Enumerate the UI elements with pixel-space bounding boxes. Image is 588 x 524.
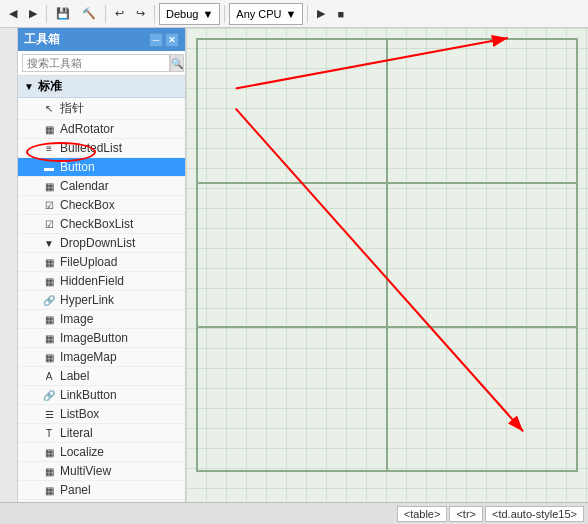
toolbox-item-hiddenfield[interactable]: ▦ HiddenField xyxy=(18,272,185,291)
toolbox-item-hyperlink[interactable]: 🔗 HyperLink xyxy=(18,291,185,310)
item-label-button: Button xyxy=(60,160,95,174)
toolbox-item-listbox[interactable]: ☰ ListBox xyxy=(18,405,185,424)
toolbox-items-list: ↖ 指针 ▦ AdRotator ≡ BulletedList ▬ Button… xyxy=(18,98,185,502)
item-icon-checkbox: ☑ xyxy=(42,198,56,212)
stop-button[interactable]: ■ xyxy=(332,3,349,25)
redo-button[interactable]: ↪ xyxy=(131,3,150,25)
design-cell-4 xyxy=(387,183,577,327)
item-label-panel: Panel xyxy=(60,483,91,497)
toolbox-item-dropdownlist[interactable]: ▼ DropDownList xyxy=(18,234,185,253)
item-icon-adrotator: ▦ xyxy=(42,122,56,136)
status-items: <table><tr><td.auto-style15> xyxy=(397,506,584,522)
toolbox-item-imagemap[interactable]: ▦ ImageMap xyxy=(18,348,185,367)
cpu-dropdown[interactable]: Any CPU ▼ xyxy=(229,3,303,25)
item-label-checkboxlist: CheckBoxList xyxy=(60,217,133,231)
toolbox-item-fileupload[interactable]: ▦ FileUpload xyxy=(18,253,185,272)
main-toolbar: ◀ ▶ 💾 🔨 ↩ ↪ Debug ▼ Any CPU ▼ ▶ ■ xyxy=(0,0,588,28)
toolbox-item-adrotator[interactable]: ▦ AdRotator xyxy=(18,120,185,139)
item-label-listbox: ListBox xyxy=(60,407,99,421)
sep5 xyxy=(307,5,308,23)
item-icon-calendar: ▦ xyxy=(42,179,56,193)
item-icon-hiddenfield: ▦ xyxy=(42,274,56,288)
sep2 xyxy=(105,5,106,23)
design-cell-3 xyxy=(197,183,387,327)
toolbox-item-checkbox[interactable]: ☑ CheckBox xyxy=(18,196,185,215)
status-bar: <table><tr><td.auto-style15> xyxy=(0,502,588,524)
item-icon-label: A xyxy=(42,369,56,383)
toolbox-close-button[interactable]: ✕ xyxy=(165,33,179,47)
item-icon-button: ▬ xyxy=(42,160,56,174)
status-item-2[interactable]: <td.auto-style15> xyxy=(485,506,584,522)
toolbox-item-指针[interactable]: ↖ 指针 xyxy=(18,98,185,120)
design-table xyxy=(196,38,578,472)
toolbox-item-linkbutton[interactable]: 🔗 LinkButton xyxy=(18,386,185,405)
item-icon-imagemap: ▦ xyxy=(42,350,56,364)
toolbox-item-literal[interactable]: T Literal xyxy=(18,424,185,443)
toolbox-item-localize[interactable]: ▦ Localize xyxy=(18,443,185,462)
design-surface[interactable] xyxy=(186,28,588,502)
toolbox-item-checkboxlist[interactable]: ☑ CheckBoxList xyxy=(18,215,185,234)
status-item-0[interactable]: <table> xyxy=(397,506,448,522)
main-area: 服 工具箱 ─ ✕ 🔍 ▼ 标准 ↖ 指针 ▦ AdR xyxy=(0,28,588,502)
sep1 xyxy=(46,5,47,23)
item-icon-指针: ↖ xyxy=(42,102,56,116)
toolbox-item-calendar[interactable]: ▦ Calendar xyxy=(18,177,185,196)
toolbox-header-buttons: ─ ✕ xyxy=(149,33,179,47)
item-icon-literal: T xyxy=(42,426,56,440)
item-icon-imagebutton: ▦ xyxy=(42,331,56,345)
category-label: 标准 xyxy=(38,78,62,95)
toolbox-pin-button[interactable]: ─ xyxy=(149,33,163,47)
play-button[interactable]: ▶ xyxy=(312,3,330,25)
search-icon[interactable]: 🔍 xyxy=(170,54,184,72)
toolbox-title: 工具箱 xyxy=(24,31,60,48)
item-label-指针: 指针 xyxy=(60,100,84,117)
toolbox-item-image[interactable]: ▦ Image xyxy=(18,310,185,329)
debug-label: Debug xyxy=(166,8,198,20)
item-label-hyperlink: HyperLink xyxy=(60,293,114,307)
item-icon-checkboxlist: ☑ xyxy=(42,217,56,231)
item-label-fileupload: FileUpload xyxy=(60,255,117,269)
toolbox-category-standard[interactable]: ▼ 标准 xyxy=(18,76,185,98)
item-label-calendar: Calendar xyxy=(60,179,109,193)
toolbox-item-bulletedlist[interactable]: ≡ BulletedList xyxy=(18,139,185,158)
item-label-imagemap: ImageMap xyxy=(60,350,117,364)
item-label-bulletedlist: BulletedList xyxy=(60,141,122,155)
toolbox-item-label[interactable]: A Label xyxy=(18,367,185,386)
undo-button[interactable]: ↩ xyxy=(110,3,129,25)
toolbox-item-multiview[interactable]: ▦ MultiView xyxy=(18,462,185,481)
item-label-linkbutton: LinkButton xyxy=(60,388,117,402)
sep3 xyxy=(154,5,155,23)
item-icon-dropdownlist: ▼ xyxy=(42,236,56,250)
item-icon-bulletedlist: ≡ xyxy=(42,141,56,155)
side-strip: 服 xyxy=(0,28,18,502)
toolbox-item-imagebutton[interactable]: ▦ ImageButton xyxy=(18,329,185,348)
design-grid xyxy=(186,28,588,502)
back-button[interactable]: ◀ xyxy=(4,3,22,25)
item-icon-image: ▦ xyxy=(42,312,56,326)
toolbox-item-button[interactable]: ▬ Button xyxy=(18,158,185,177)
item-icon-listbox: ☰ xyxy=(42,407,56,421)
build-button[interactable]: 🔨 xyxy=(77,3,101,25)
item-icon-fileupload: ▦ xyxy=(42,255,56,269)
item-label-image: Image xyxy=(60,312,93,326)
category-arrow-icon: ▼ xyxy=(24,81,34,92)
item-label-adrotator: AdRotator xyxy=(60,122,114,136)
item-icon-multiview: ▦ xyxy=(42,464,56,478)
debug-dropdown-arrow: ▼ xyxy=(202,8,213,20)
design-cell-6 xyxy=(387,327,577,471)
design-table-inner xyxy=(197,39,577,471)
cpu-label: Any CPU xyxy=(236,8,281,20)
toolbox-search-input[interactable] xyxy=(22,54,170,72)
debug-dropdown[interactable]: Debug ▼ xyxy=(159,3,220,25)
item-label-checkbox: CheckBox xyxy=(60,198,115,212)
item-icon-linkbutton: 🔗 xyxy=(42,388,56,402)
sep4 xyxy=(224,5,225,23)
item-label-localize: Localize xyxy=(60,445,104,459)
item-icon-panel: ▦ xyxy=(42,483,56,497)
toolbox-item-panel[interactable]: ▦ Panel xyxy=(18,481,185,500)
forward-button[interactable]: ▶ xyxy=(24,3,42,25)
toolbox-header: 工具箱 ─ ✕ xyxy=(18,28,185,51)
status-item-1[interactable]: <tr> xyxy=(449,506,483,522)
save-button[interactable]: 💾 xyxy=(51,3,75,25)
item-icon-hyperlink: 🔗 xyxy=(42,293,56,307)
